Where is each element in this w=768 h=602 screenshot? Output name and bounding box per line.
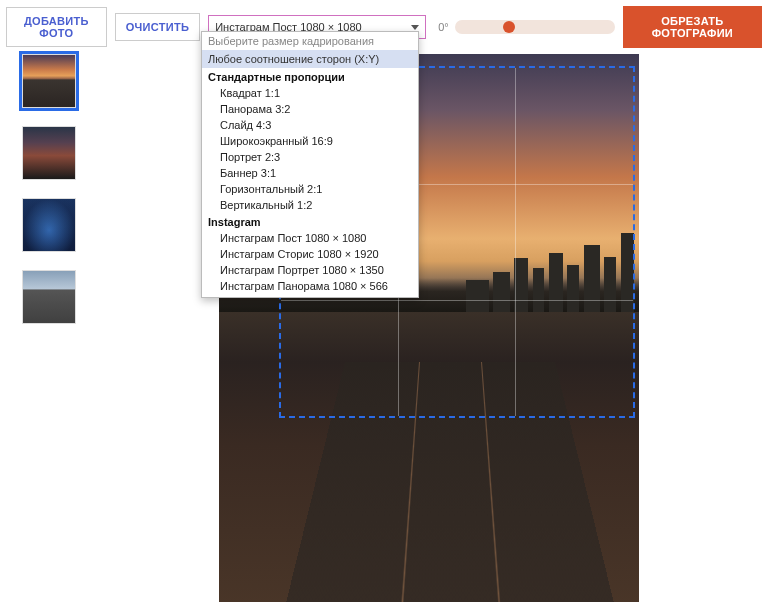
dropdown-item[interactable]: Портрет 2:3 bbox=[202, 149, 418, 165]
rotation-control: 0° bbox=[438, 20, 615, 34]
dropdown-item[interactable]: Инстаграм Панорама 1080 × 566 bbox=[202, 278, 418, 294]
thumbnail[interactable] bbox=[22, 198, 76, 252]
dropdown-item-any-ratio[interactable]: Любое соотношение сторон (X:Y) bbox=[202, 50, 418, 68]
dropdown-item[interactable]: Квадрат 1:1 bbox=[202, 85, 418, 101]
thumbnail[interactable] bbox=[22, 54, 76, 108]
dropdown-item[interactable]: Вертикальный 1:2 bbox=[202, 197, 418, 213]
thumbnail-strip bbox=[0, 54, 90, 602]
rotation-slider-handle[interactable] bbox=[503, 21, 515, 33]
grid-line bbox=[515, 68, 516, 416]
thumbnail[interactable] bbox=[22, 126, 76, 180]
dropdown-group-label: Instagram bbox=[202, 213, 418, 230]
dropdown-group-label: Стандартные пропорции bbox=[202, 68, 418, 85]
crop-button[interactable]: ОБРЕЗАТЬ ФОТОГРАФИИ bbox=[623, 6, 762, 48]
preset-dropdown-scroll[interactable]: Выберите размер кадрирования Любое соотн… bbox=[202, 32, 418, 297]
dropdown-item[interactable]: Инстаграм Сторис 1080 × 1920 bbox=[202, 246, 418, 262]
rotation-slider[interactable] bbox=[455, 20, 615, 34]
dropdown-group-label: Facebook bbox=[202, 294, 418, 297]
dropdown-item[interactable]: Слайд 4:3 bbox=[202, 117, 418, 133]
preset-dropdown[interactable]: Выберите размер кадрирования Любое соотн… bbox=[201, 31, 419, 298]
rotation-degree-label: 0° bbox=[438, 21, 449, 33]
dropdown-placeholder: Выберите размер кадрирования bbox=[202, 32, 418, 50]
dropdown-item[interactable]: Инстаграм Портрет 1080 × 1350 bbox=[202, 262, 418, 278]
dropdown-item[interactable]: Широкоэкранный 16:9 bbox=[202, 133, 418, 149]
dropdown-item[interactable]: Баннер 3:1 bbox=[202, 165, 418, 181]
canvas-wrap bbox=[90, 54, 768, 602]
add-photo-button[interactable]: ДОБАВИТЬ ФОТО bbox=[6, 7, 107, 47]
grid-line bbox=[281, 300, 633, 301]
dropdown-item[interactable]: Панорама 3:2 bbox=[202, 101, 418, 117]
clear-button[interactable]: ОЧИСТИТЬ bbox=[115, 13, 201, 41]
thumbnail[interactable] bbox=[22, 270, 76, 324]
dropdown-item[interactable]: Горизонтальный 2:1 bbox=[202, 181, 418, 197]
dropdown-item[interactable]: Инстаграм Пост 1080 × 1080 bbox=[202, 230, 418, 246]
